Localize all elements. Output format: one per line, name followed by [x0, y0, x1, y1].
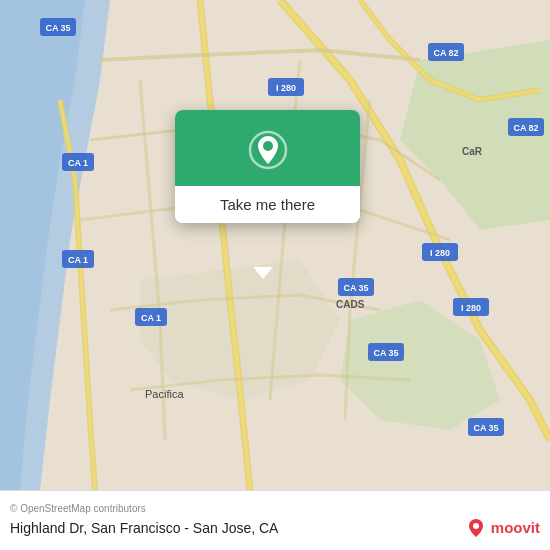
- take-me-there-button[interactable]: Take me there: [175, 186, 360, 223]
- location-info: Highland Dr, San Francisco - San Jose, C…: [10, 517, 540, 539]
- svg-text:CA 82: CA 82: [513, 123, 538, 133]
- svg-point-29: [263, 141, 273, 151]
- svg-text:CA 35: CA 35: [473, 423, 498, 433]
- location-pin-icon: [246, 128, 290, 172]
- svg-text:CA 35: CA 35: [45, 23, 70, 33]
- location-popup: Take me there: [175, 110, 360, 223]
- attribution-text: © OpenStreetMap contributors: [10, 503, 540, 514]
- moovit-brand-text: moovit: [491, 519, 540, 536]
- svg-point-30: [473, 523, 479, 529]
- svg-text:CA 1: CA 1: [141, 313, 161, 323]
- map-view[interactable]: CA 35 I 280 CA 82 CA 82 CA 1 CA 1 CA 1 I…: [0, 0, 550, 490]
- moovit-logo: moovit: [465, 517, 540, 539]
- moovit-pin-icon: [465, 517, 487, 539]
- bottom-bar: © OpenStreetMap contributors Highland Dr…: [0, 490, 550, 550]
- svg-text:CA 1: CA 1: [68, 158, 88, 168]
- svg-text:CA 35: CA 35: [373, 348, 398, 358]
- popup-tail: [253, 267, 273, 279]
- svg-text:CaR: CaR: [462, 146, 483, 157]
- svg-text:CA 82: CA 82: [433, 48, 458, 58]
- svg-text:CA 1: CA 1: [68, 255, 88, 265]
- svg-text:Pacifica: Pacifica: [145, 388, 184, 400]
- svg-text:I 280: I 280: [276, 83, 296, 93]
- svg-text:CADS: CADS: [336, 299, 365, 310]
- svg-text:I 280: I 280: [461, 303, 481, 313]
- location-label: Highland Dr, San Francisco - San Jose, C…: [10, 520, 278, 536]
- popup-header: [175, 110, 360, 186]
- svg-text:I 280: I 280: [430, 248, 450, 258]
- svg-text:CA 35: CA 35: [343, 283, 368, 293]
